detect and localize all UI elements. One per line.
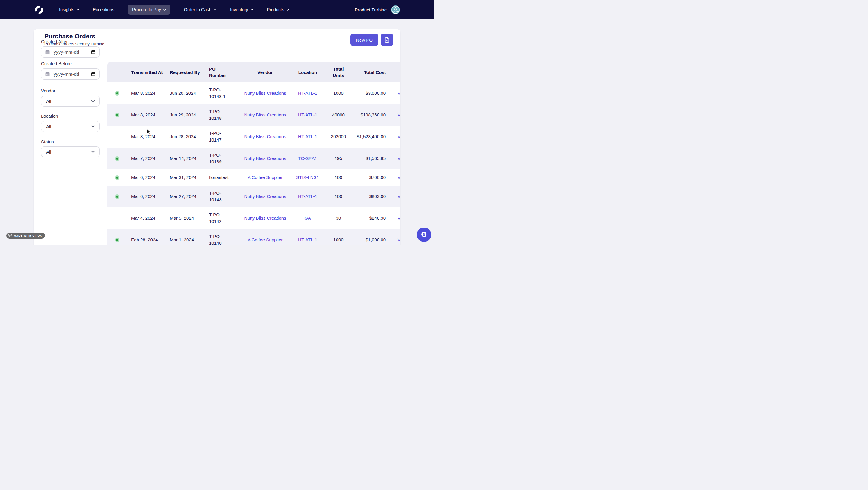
- chevron-down-icon: [91, 151, 95, 153]
- created-after-label: Created After: [41, 39, 67, 44]
- status-dot-icon: [115, 156, 119, 161]
- transmitted-at-cell: Feb 28, 2024: [127, 229, 165, 245]
- location-filter-label: Location: [41, 114, 58, 119]
- nav-item-procure-to-pay[interactable]: Procure to Pay: [128, 4, 170, 15]
- user-avatar[interactable]: [391, 5, 400, 14]
- total-units-cell: 1000: [326, 82, 351, 104]
- vendor-link[interactable]: Nutty Bliss Creations: [241, 82, 289, 104]
- export-button[interactable]: [381, 34, 393, 46]
- date-picker-icon[interactable]: [91, 72, 96, 76]
- table-row: Mar 7, 2024 Mar 14, 2024 T-PO-10139 Nutt…: [107, 148, 400, 169]
- po-number-cell: T-PO-10143: [205, 186, 241, 207]
- transmitted-at-cell: Mar 4, 2024: [127, 207, 165, 229]
- column-header-transmitted-at: Transmitted At: [127, 62, 165, 82]
- location-link[interactable]: STIX-LNS1: [289, 169, 326, 186]
- nav-item-exceptions[interactable]: Exceptions: [93, 7, 114, 12]
- location-link[interactable]: GA: [289, 207, 326, 229]
- view-link[interactable]: View: [389, 169, 400, 186]
- fox-icon: [8, 234, 12, 238]
- gifox-watermark: MADE WITH GIFOX: [6, 233, 45, 239]
- view-link[interactable]: View: [389, 207, 400, 229]
- total-units-cell: 100: [326, 186, 351, 207]
- transmitted-at-cell: Mar 8, 2024: [127, 104, 165, 126]
- location-link[interactable]: TC-SEA1: [289, 148, 326, 169]
- created-before-label: Created Before: [41, 61, 72, 66]
- table-row: Mar 8, 2024 Jun 28, 2024 T-PO-10147 Nutt…: [107, 126, 400, 148]
- column-header-total-cost: Total Cost: [351, 62, 389, 82]
- total-cost-cell: $3,000.00: [351, 82, 389, 104]
- column-header-po-number: PO Number: [205, 62, 241, 82]
- purchase-orders-card: Purchase Orders Purchase orders seen by …: [34, 29, 400, 245]
- created-before-input[interactable]: yyyy-mm-dd: [41, 68, 99, 80]
- view-link[interactable]: View: [389, 126, 400, 148]
- location-select[interactable]: All: [41, 121, 99, 132]
- requested-by-cell: Mar 31, 2024: [165, 169, 205, 186]
- view-link[interactable]: View: [389, 186, 400, 207]
- view-link[interactable]: View: [389, 104, 400, 126]
- vendor-link[interactable]: A Coffee Supplier: [241, 169, 289, 186]
- status-dot-icon: [115, 238, 119, 242]
- chevron-down-icon: [250, 9, 253, 10]
- po-number-cell: floriantest: [205, 169, 241, 186]
- account-name: Product Turbine: [355, 7, 386, 12]
- chevron-down-icon: [91, 125, 95, 128]
- total-units-cell: 195: [326, 148, 351, 169]
- table-row: Mar 8, 2024 Jun 29, 2024 T-PO-10148 Nutt…: [107, 104, 400, 126]
- vendor-link[interactable]: Nutty Bliss Creations: [241, 207, 289, 229]
- table-header-row: Transmitted At Requested By PO Number Ve…: [107, 62, 400, 82]
- total-cost-cell: $1,565.85: [351, 148, 389, 169]
- view-link[interactable]: View: [389, 82, 400, 104]
- nav-menu: Insights Exceptions Procure to Pay Order…: [59, 4, 289, 15]
- nav-item-inventory[interactable]: Inventory: [230, 7, 253, 12]
- status-dot-icon: [115, 113, 119, 117]
- view-link[interactable]: View: [389, 148, 400, 169]
- status-dot-icon: [115, 175, 119, 180]
- view-link[interactable]: View: [389, 229, 400, 245]
- total-units-cell: 40000: [326, 104, 351, 126]
- vendor-link[interactable]: Nutty Bliss Creations: [241, 186, 289, 207]
- requested-by-cell: Mar 27, 2024: [165, 186, 205, 207]
- vendor-link[interactable]: A Coffee Supplier: [241, 229, 289, 245]
- total-cost-cell: $198,360.00: [351, 104, 389, 126]
- requested-by-cell: Mar 14, 2024: [165, 148, 205, 169]
- location-link[interactable]: HT-ATL-1: [289, 126, 326, 148]
- nav-item-insights[interactable]: Insights: [59, 7, 79, 12]
- vendor-filter-label: Vendor: [41, 88, 56, 93]
- calendar-icon: [45, 50, 50, 55]
- po-number-cell: T-PO-10140: [205, 229, 241, 245]
- transmitted-at-cell: Mar 7, 2024: [127, 148, 165, 169]
- status-column-header: [107, 62, 127, 82]
- chevron-down-icon: [163, 9, 166, 10]
- po-number-cell: T-PO-10148-1: [205, 82, 241, 104]
- chat-button[interactable]: [417, 227, 431, 242]
- chevron-down-icon: [214, 9, 217, 10]
- vendor-link[interactable]: Nutty Bliss Creations: [241, 148, 289, 169]
- vendor-link[interactable]: Nutty Bliss Creations: [241, 104, 289, 126]
- requested-by-cell: Jun 28, 2024: [165, 126, 205, 148]
- po-number-cell: T-PO-10147: [205, 126, 241, 148]
- requested-by-cell: Jun 29, 2024: [165, 104, 205, 126]
- location-link[interactable]: HT-ATL-1: [289, 186, 326, 207]
- created-after-input[interactable]: yyyy-mm-dd: [41, 47, 99, 58]
- file-download-icon: [384, 37, 390, 43]
- column-header-location: Location: [289, 62, 326, 82]
- date-placeholder: yyyy-mm-dd: [54, 50, 91, 55]
- nav-item-order-to-cash[interactable]: Order to Cash: [184, 7, 217, 12]
- new-po-button[interactable]: New PO: [350, 34, 378, 46]
- vendor-select[interactable]: All: [41, 96, 99, 106]
- vendor-link[interactable]: Nutty Bliss Creations: [241, 126, 289, 148]
- turbine-logo-icon[interactable]: [34, 5, 44, 15]
- date-placeholder: yyyy-mm-dd: [54, 71, 91, 76]
- transmitted-at-cell: Mar 8, 2024: [127, 126, 165, 148]
- location-link[interactable]: HT-ATL-1: [289, 82, 326, 104]
- table-row: Mar 6, 2024 Mar 27, 2024 T-PO-10143 Nutt…: [107, 186, 400, 207]
- location-link[interactable]: HT-ATL-1: [289, 104, 326, 126]
- status-select[interactable]: All: [41, 146, 99, 157]
- nav-item-products[interactable]: Products: [267, 7, 289, 12]
- requested-by-cell: Jun 20, 2024: [165, 82, 205, 104]
- column-header-total-units: Total Units: [326, 62, 351, 82]
- table-row: Mar 6, 2024 Mar 31, 2024 floriantest A C…: [107, 169, 400, 186]
- total-cost-cell: $1,523,400.00: [351, 126, 389, 148]
- date-picker-icon[interactable]: [91, 50, 96, 54]
- location-link[interactable]: HT-ATL-1: [289, 229, 326, 245]
